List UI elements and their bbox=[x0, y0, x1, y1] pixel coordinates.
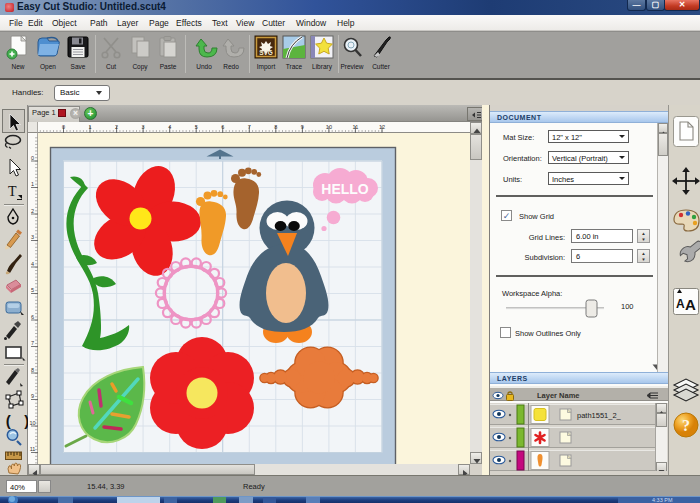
svg-text:2: 2 bbox=[31, 208, 34, 214]
svg-text:A: A bbox=[685, 296, 696, 313]
svg-text:6: 6 bbox=[31, 314, 34, 320]
svg-text:2: 2 bbox=[115, 124, 118, 130]
svg-text:11: 11 bbox=[30, 446, 36, 452]
svg-text:5: 5 bbox=[195, 124, 198, 130]
svg-text:9: 9 bbox=[301, 124, 304, 130]
svg-text:3: 3 bbox=[31, 234, 34, 240]
svg-text:1: 1 bbox=[88, 124, 91, 130]
svg-text:T: T bbox=[8, 184, 17, 199]
svg-text:4: 4 bbox=[31, 261, 34, 267]
svg-text:4: 4 bbox=[168, 124, 171, 130]
svg-text:( ): ( ) bbox=[4, 414, 28, 431]
svg-text:6: 6 bbox=[221, 124, 224, 130]
svg-text:8: 8 bbox=[274, 124, 277, 130]
svg-text:10: 10 bbox=[29, 420, 35, 426]
svg-text:10: 10 bbox=[326, 124, 332, 130]
svg-text:8: 8 bbox=[31, 367, 34, 373]
svg-text:7: 7 bbox=[248, 124, 251, 130]
svg-text:4:33 PM: 4:33 PM bbox=[652, 497, 673, 503]
svg-text:3: 3 bbox=[142, 124, 145, 130]
svg-text:0: 0 bbox=[31, 155, 34, 161]
svg-text:0: 0 bbox=[62, 124, 65, 130]
svg-text:5: 5 bbox=[31, 287, 34, 293]
svg-text:9: 9 bbox=[31, 393, 34, 399]
svg-text:SVG: SVG bbox=[259, 49, 273, 56]
svg-text:path1551_2_: path1551_2_ bbox=[577, 411, 622, 420]
svg-text:A: A bbox=[676, 297, 685, 311]
svg-text:12: 12 bbox=[379, 124, 385, 130]
svg-text:HELLO: HELLO bbox=[321, 181, 369, 197]
svg-text:7: 7 bbox=[31, 340, 34, 346]
svg-text:1: 1 bbox=[31, 181, 34, 187]
svg-text:?: ? bbox=[682, 417, 690, 434]
svg-text:11: 11 bbox=[353, 124, 359, 130]
